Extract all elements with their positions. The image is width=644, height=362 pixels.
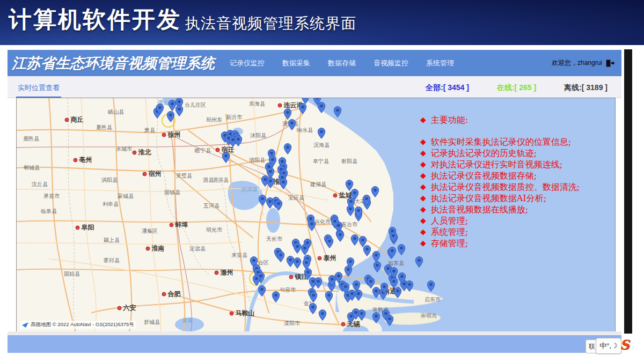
device-location-pin[interactable] [390, 232, 398, 243]
autonavi-logo-icon [22, 322, 28, 328]
sogou-logo-icon[interactable]: S [620, 337, 629, 352]
toolbar: 实时位置查看 全部:[ 3454 ]在线:[ 265 ]离线:[ 3189 ] [8, 76, 621, 98]
device-location-pin[interactable] [363, 245, 371, 256]
device-location-pin[interactable] [363, 195, 371, 206]
device-location-pin[interactable] [326, 237, 334, 248]
device-location-pin[interactable] [314, 277, 323, 289]
device-location-pin[interactable] [319, 309, 327, 321]
device-location-pin[interactable] [336, 231, 345, 242]
device-location-pin[interactable] [390, 267, 398, 278]
feature-item: ◆执法音视频数据在线播放; [420, 204, 616, 215]
device-location-pin[interactable] [355, 290, 363, 301]
feature-text: 执法记录仪音视频数据存储; [431, 170, 537, 181]
device-location-pin[interactable] [175, 105, 184, 116]
nav-item-音视频监控[interactable]: 音视频监控 [374, 58, 408, 68]
device-location-pin[interactable] [358, 309, 366, 321]
nav-item-数据存储[interactable]: 数据存储 [328, 58, 356, 68]
feature-text: 执法音视频数据在线播放; [431, 204, 528, 215]
nav-item-系统管理[interactable]: 系统管理 [426, 58, 454, 68]
device-location-pin[interactable] [288, 119, 296, 130]
feature-item: ◆执法记录仪音视频数据AI分析; [420, 193, 616, 204]
device-location-pin[interactable] [318, 128, 326, 139]
device-location-pin[interactable] [389, 247, 397, 258]
device-location-pin[interactable] [427, 280, 435, 292]
map-attribution: 高德地图 © 2022 AutoNavi - GS(2021)6375号 [20, 321, 136, 329]
device-location-pin[interactable] [398, 244, 406, 255]
device-location-pin[interactable] [253, 275, 261, 286]
feature-text: 执法记录仪音视频数据AI分析; [431, 193, 546, 204]
window-edge-shadow [624, 49, 632, 334]
device-location-pin[interactable] [275, 200, 283, 211]
app-header: 江苏省生态环境音视频管理系统 记录仪监控数据采集数据存储音视频监控系统管理 欢迎… [8, 50, 621, 76]
device-location-pin[interactable] [294, 257, 302, 269]
device-stats: 全部:[ 3454 ]在线:[ 265 ]离线:[ 3189 ] [398, 83, 608, 98]
device-location-pin[interactable] [222, 152, 230, 163]
diamond-bullet-icon: ◆ [420, 226, 426, 238]
device-location-pin[interactable] [299, 103, 307, 114]
device-location-pin[interactable] [334, 106, 342, 117]
device-location-pin[interactable] [398, 272, 406, 284]
diamond-bullet-icon: ◆ [420, 215, 426, 226]
diamond-bullet-icon: ◆ [420, 114, 426, 125]
logout-icon[interactable] [605, 59, 615, 68]
device-location-pin[interactable] [167, 111, 175, 122]
device-location-pin[interactable] [272, 291, 280, 302]
feature-text: 对执法记录仪进行实时音视频连线; [431, 159, 562, 170]
nav-item-记录仪监控[interactable]: 记录仪监控 [230, 58, 265, 68]
device-location-pin[interactable] [235, 135, 243, 146]
diamond-bullet-icon: ◆ [420, 170, 426, 181]
device-location-pin[interactable] [351, 234, 359, 246]
nav-menu: 记录仪监控数据采集数据存储音视频监控系统管理 [230, 58, 472, 68]
diamond-bullet-icon: ◆ [420, 181, 426, 193]
device-location-pin[interactable] [347, 257, 355, 269]
device-location-pin[interactable] [294, 242, 302, 254]
device-location-pin[interactable] [284, 143, 292, 154]
device-location-pin[interactable] [310, 291, 318, 302]
device-location-pin[interactable] [277, 251, 285, 262]
tab-realtime-location[interactable]: 实时位置查看 [16, 78, 61, 98]
device-location-pin[interactable] [374, 261, 382, 272]
feature-item: ◆软件实时采集执法记录仪的位置信息; [420, 136, 616, 147]
app-footer-bar [8, 335, 621, 353]
device-location-pin[interactable] [258, 285, 266, 297]
diamond-bullet-icon: ◆ [420, 147, 426, 159]
device-location-pin[interactable] [284, 108, 292, 120]
diamond-bullet-icon: ◆ [420, 159, 426, 170]
device-location-pin[interactable] [325, 291, 333, 302]
device-location-pin[interactable] [259, 195, 267, 206]
feature-text: 主要功能: [431, 114, 468, 125]
feature-item: ◆执法记录仪音视频数据存储; [420, 170, 616, 181]
device-location-pin[interactable] [406, 280, 414, 292]
stat-item[interactable]: 全部:[ 3454 ] [426, 83, 469, 93]
stat-item[interactable]: 离线:[ 3189 ] [564, 83, 608, 93]
device-location-pin[interactable] [267, 177, 275, 188]
attribution-text: 高德地图 © 2022 AutoNavi - GS(2021)6375号 [31, 321, 134, 328]
device-location-pin[interactable] [386, 315, 394, 326]
device-location-pin[interactable] [355, 206, 363, 218]
feature-item: ◆执法记录仪音视频数据质控、数据清洗; [420, 181, 616, 193]
device-location-pin[interactable] [331, 217, 339, 228]
nav-item-数据采集[interactable]: 数据采集 [282, 58, 310, 68]
device-location-pin[interactable] [371, 186, 379, 197]
app-window: 江苏省生态环境音视频管理系统 记录仪监控数据采集数据存储音视频监控系统管理 欢迎… [8, 50, 621, 353]
footer-gap [8, 331, 621, 335]
ime-mode-box[interactable]: 中°,☽ [596, 338, 621, 354]
map-canvas[interactable]: 商丘砀山县夏邑县永城市亳州淮北萧县宿州徐州台儿庄区邳州东睢宁县灵璧县泗县涡阳县蒙… [16, 98, 616, 333]
device-location-pin[interactable] [372, 312, 380, 323]
device-location-pin[interactable] [318, 102, 326, 113]
feature-text: 系统管理; [431, 226, 468, 238]
device-location-pin[interactable] [156, 104, 164, 115]
device-location-pin[interactable] [372, 251, 380, 262]
stat-item[interactable]: 在线:[ 265 ] [497, 83, 536, 93]
device-location-pin[interactable] [347, 197, 355, 209]
device-location-pin[interactable] [309, 303, 317, 314]
welcome-label: 欢迎您，zhangrui [552, 58, 602, 68]
device-location-pin[interactable] [380, 283, 389, 294]
device-location-pin[interactable] [308, 220, 316, 231]
feature-item: ◆主要功能: [420, 114, 616, 125]
feature-text: 记录执法记录仪的历史轨迹; [431, 147, 537, 159]
slide-title: 计算机软件开发 [9, 4, 181, 35]
device-location-pin[interactable] [301, 244, 309, 255]
device-location-pin[interactable] [280, 178, 288, 189]
device-location-pin[interactable] [415, 256, 423, 268]
